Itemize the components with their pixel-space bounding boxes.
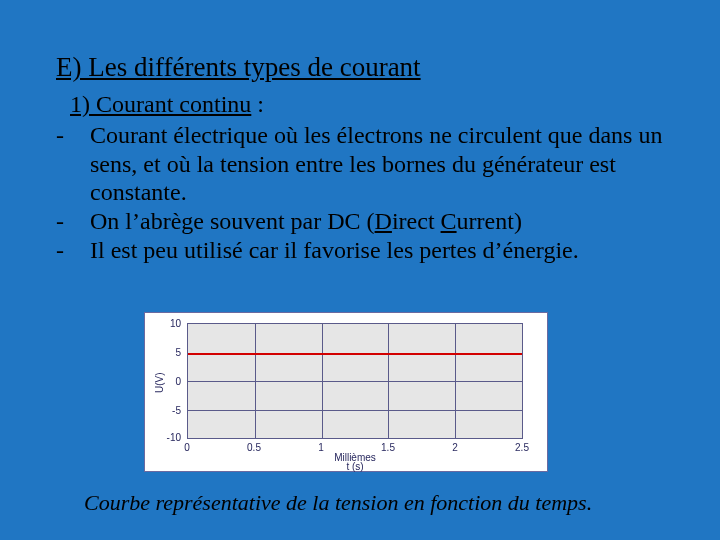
bullet-underline-letter: C	[441, 208, 457, 234]
bullet-list: Courant électrique où les électrons ne c…	[56, 121, 666, 265]
bullet-text: Il est peu utilisé car il favorise les p…	[90, 237, 579, 263]
bullet-text-part: irect	[392, 208, 441, 234]
x-tick-label: 2	[452, 443, 458, 453]
x-tick-label: 0	[184, 443, 190, 453]
data-line	[188, 353, 522, 355]
body-block: 1) Courant continu : Courant électrique …	[56, 90, 666, 265]
bullet-text-part: urrent)	[457, 208, 522, 234]
bullet-text-part: On l’abrège souvent par DC (	[90, 208, 375, 234]
bullet-underline-letter: D	[375, 208, 392, 234]
bullet-item: On l’abrège souvent par DC (Direct Curre…	[56, 207, 666, 236]
bullet-item: Il est peu utilisé car il favorise les p…	[56, 236, 666, 265]
plot-area	[187, 323, 523, 439]
y-tick-label: 5	[153, 348, 181, 358]
bullet-item: Courant électrique où les électrons ne c…	[56, 121, 666, 207]
x-tick-label: 1.5	[381, 443, 395, 453]
x-tick-label: 2.5	[515, 443, 529, 453]
gridline-vertical	[255, 324, 256, 438]
gridline-vertical	[388, 324, 389, 438]
gridline-vertical	[455, 324, 456, 438]
chart-container: 10 5 0 -5 -10 U(V) 0 0.5 1 1.5 2 2.5 Mil…	[144, 312, 548, 472]
subheading: 1) Courant continu	[70, 90, 251, 119]
x-tick-label: 1	[318, 443, 324, 453]
bullet-text: Courant électrique où les électrons ne c…	[90, 122, 662, 206]
subheading-colon: :	[251, 91, 264, 117]
x-tick-label: 0.5	[247, 443, 261, 453]
y-tick-label: 10	[153, 319, 181, 329]
y-tick-label: -10	[153, 433, 181, 443]
gridline-horizontal	[188, 381, 522, 382]
y-tick-label: -5	[153, 406, 181, 416]
slide-page: E) Les différents types de courant 1) Co…	[0, 0, 720, 540]
y-axis-label: U(V)	[155, 372, 165, 393]
gridline-vertical	[322, 324, 323, 438]
section-heading: E) Les différents types de courant	[56, 52, 421, 83]
gridline-horizontal	[188, 410, 522, 411]
x-axis-label-2: t (s)	[187, 462, 523, 472]
chart-caption: Courbe représentative de la tension en f…	[84, 490, 664, 516]
